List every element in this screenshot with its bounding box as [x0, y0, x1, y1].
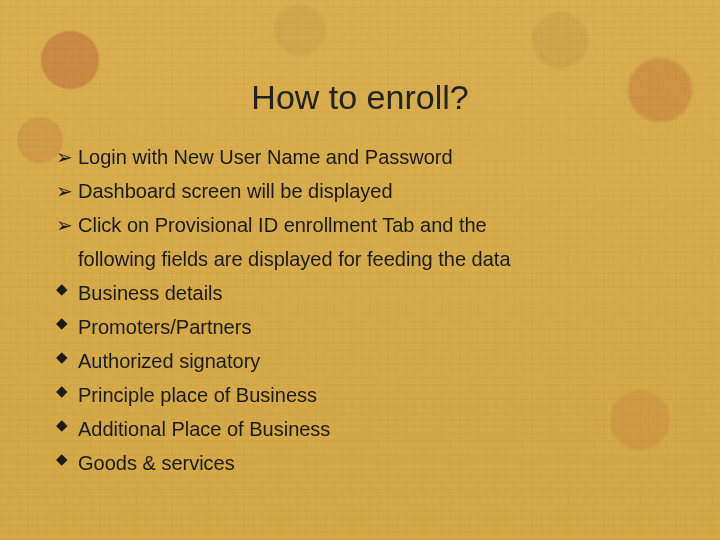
- bullet-text: Additional Place of Business: [78, 412, 680, 446]
- bullet-text: Promoters/Partners: [78, 310, 680, 344]
- bullet-sub-1: ◆ Business details: [56, 276, 680, 310]
- bullet-text: Principle place of Business: [78, 378, 680, 412]
- bullet-sub-2: ◆ Promoters/Partners: [56, 310, 680, 344]
- bullet-text: Goods & services: [78, 446, 680, 480]
- arrow-icon: ➢: [56, 208, 78, 242]
- bullet-text: Dashboard screen will be displayed: [78, 174, 680, 208]
- diamond-icon: ◆: [56, 378, 78, 404]
- bullet-text: following fields are displayed for feedi…: [78, 242, 680, 276]
- arrow-icon: ➢: [56, 140, 78, 174]
- bullet-sub-5: ◆ Additional Place of Business: [56, 412, 680, 446]
- arrow-icon: ➢: [56, 174, 78, 208]
- bullet-text: Click on Provisional ID enrollment Tab a…: [78, 208, 680, 242]
- bullet-sub-6: ◆ Goods & services: [56, 446, 680, 480]
- slide: How to enroll? ➢ Login with New User Nam…: [0, 0, 720, 540]
- bullet-main-3: ➢ Click on Provisional ID enrollment Tab…: [56, 208, 680, 242]
- bullet-text: Authorized signatory: [78, 344, 680, 378]
- diamond-icon: ◆: [56, 310, 78, 336]
- bullet-main-2: ➢ Dashboard screen will be displayed: [56, 174, 680, 208]
- bullet-text: Business details: [78, 276, 680, 310]
- diamond-icon: ◆: [56, 344, 78, 370]
- diamond-icon: ◆: [56, 276, 78, 302]
- bullet-sub-3: ◆ Authorized signatory: [56, 344, 680, 378]
- diamond-icon: ◆: [56, 446, 78, 472]
- bullet-main-1: ➢ Login with New User Name and Password: [56, 140, 680, 174]
- diamond-icon: ◆: [56, 412, 78, 438]
- slide-title: How to enroll?: [0, 78, 720, 117]
- bullet-main-3-continuation: following fields are displayed for feedi…: [56, 242, 680, 276]
- bullet-sub-4: ◆ Principle place of Business: [56, 378, 680, 412]
- slide-content: ➢ Login with New User Name and Password …: [56, 140, 680, 480]
- bullet-text: Login with New User Name and Password: [78, 140, 680, 174]
